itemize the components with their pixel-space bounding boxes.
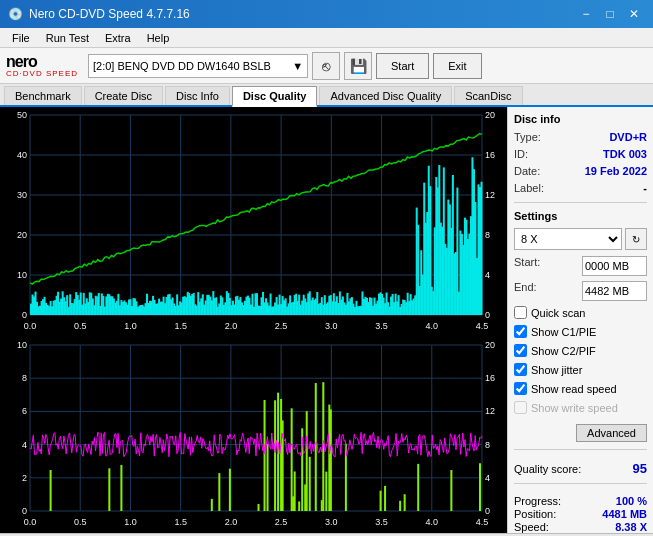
eject-button[interactable]: ⎋: [312, 52, 340, 80]
quality-score-value: 95: [633, 461, 647, 476]
tab-benchmark[interactable]: Benchmark: [4, 86, 82, 105]
dropdown-icon: ▼: [292, 60, 303, 72]
menu-file[interactable]: File: [4, 28, 38, 47]
show-read-speed-label: Show read speed: [531, 383, 617, 395]
logo-nero: nero: [6, 54, 78, 70]
window-controls: − □ ✕: [575, 3, 645, 25]
chart-bottom: [0, 337, 507, 533]
tab-disc-info[interactable]: Disc Info: [165, 86, 230, 105]
progress-label: Progress:: [514, 495, 561, 507]
quality-score-row: Quality score: 95: [514, 461, 647, 476]
minimize-button[interactable]: −: [575, 3, 597, 25]
app-icon: 💿: [8, 7, 23, 21]
speed-setting-row: 8 X 4 X 2 X Max ↻: [514, 228, 647, 250]
type-value: DVD+R: [609, 131, 647, 143]
show-read-speed-row: Show read speed: [514, 382, 647, 395]
show-write-speed-label: Show write speed: [531, 402, 618, 414]
date-label: Date:: [514, 165, 540, 177]
show-c2pif-row: Show C2/PIF: [514, 344, 647, 357]
main-content: Disc info Type: DVD+R ID: TDK 003 Date: …: [0, 107, 653, 533]
show-jitter-label: Show jitter: [531, 364, 582, 376]
close-button[interactable]: ✕: [623, 3, 645, 25]
window-title: Nero CD-DVD Speed 4.7.7.16: [29, 7, 190, 21]
show-write-speed-row: Show write speed: [514, 401, 647, 414]
position-value: 4481 MB: [602, 508, 647, 520]
show-write-speed-checkbox: [514, 401, 527, 414]
start-input[interactable]: [582, 256, 647, 276]
speed-value: 8.38 X: [615, 521, 647, 533]
show-jitter-row: Show jitter: [514, 363, 647, 376]
show-c2pif-checkbox[interactable]: [514, 344, 527, 357]
quick-scan-label: Quick scan: [531, 307, 585, 319]
disc-type-row: Type: DVD+R: [514, 131, 647, 143]
separator-3: [514, 483, 647, 484]
quality-score-label: Quality score:: [514, 463, 581, 475]
chart-top: [0, 107, 507, 337]
exit-button[interactable]: Exit: [433, 53, 481, 79]
menu-help[interactable]: Help: [139, 28, 178, 47]
disc-info-title: Disc info: [514, 113, 647, 125]
right-panel: Disc info Type: DVD+R ID: TDK 003 Date: …: [508, 107, 653, 533]
separator-1: [514, 202, 647, 203]
drive-label: [2:0] BENQ DVD DD DW1640 BSLB: [93, 60, 292, 72]
date-value: 19 Feb 2022: [585, 165, 647, 177]
label-label: Label:: [514, 182, 544, 194]
show-c1pie-label: Show C1/PIE: [531, 326, 596, 338]
separator-2: [514, 449, 647, 450]
progress-value: 100 %: [616, 495, 647, 507]
progress-section: Progress: 100 % Position: 4481 MB Speed:…: [514, 495, 647, 533]
type-label: Type:: [514, 131, 541, 143]
speed-refresh-button[interactable]: ↻: [625, 228, 647, 250]
save-button[interactable]: 💾: [344, 52, 372, 80]
id-value: TDK 003: [603, 148, 647, 160]
menu-bar: File Run Test Extra Help: [0, 28, 653, 48]
speed-row: Speed: 8.38 X: [514, 521, 647, 533]
show-jitter-checkbox[interactable]: [514, 363, 527, 376]
end-label: End:: [514, 281, 537, 301]
speed-select[interactable]: 8 X 4 X 2 X Max: [514, 228, 622, 250]
charts-area: [0, 107, 508, 533]
disc-id-row: ID: TDK 003: [514, 148, 647, 160]
tab-scan-disc[interactable]: ScanDisc: [454, 86, 522, 105]
toolbar: nero CD·DVD SPEED [2:0] BENQ DVD DD DW16…: [0, 48, 653, 84]
show-read-speed-checkbox[interactable]: [514, 382, 527, 395]
maximize-button[interactable]: □: [599, 3, 621, 25]
end-input[interactable]: [582, 281, 647, 301]
start-button[interactable]: Start: [376, 53, 429, 79]
logo-sub: CD·DVD SPEED: [6, 70, 78, 78]
advanced-button[interactable]: Advanced: [576, 424, 647, 442]
drive-selector[interactable]: [2:0] BENQ DVD DD DW1640 BSLB ▼: [88, 54, 308, 78]
show-c2pif-label: Show C2/PIF: [531, 345, 596, 357]
title-bar: 💿 Nero CD-DVD Speed 4.7.7.16 − □ ✕: [0, 0, 653, 28]
show-c1pie-row: Show C1/PIE: [514, 325, 647, 338]
position-label: Position:: [514, 508, 556, 520]
menu-run-test[interactable]: Run Test: [38, 28, 97, 47]
tab-advanced-disc-quality[interactable]: Advanced Disc Quality: [319, 86, 452, 105]
position-row: Position: 4481 MB: [514, 508, 647, 520]
disc-label-row: Label: -: [514, 182, 647, 194]
tab-disc-quality[interactable]: Disc Quality: [232, 86, 318, 107]
show-c1pie-checkbox[interactable]: [514, 325, 527, 338]
progress-row: Progress: 100 %: [514, 495, 647, 507]
quick-scan-row: Quick scan: [514, 306, 647, 319]
end-row: End:: [514, 281, 647, 301]
start-label: Start:: [514, 256, 540, 276]
speed-label: Speed:: [514, 521, 549, 533]
start-row: Start:: [514, 256, 647, 276]
tab-create-disc[interactable]: Create Disc: [84, 86, 163, 105]
quick-scan-checkbox[interactable]: [514, 306, 527, 319]
settings-title: Settings: [514, 210, 647, 222]
tab-bar: Benchmark Create Disc Disc Info Disc Qua…: [0, 84, 653, 107]
logo: nero CD·DVD SPEED: [6, 54, 78, 78]
id-label: ID:: [514, 148, 528, 160]
menu-extra[interactable]: Extra: [97, 28, 139, 47]
label-value: -: [643, 182, 647, 194]
disc-date-row: Date: 19 Feb 2022: [514, 165, 647, 177]
